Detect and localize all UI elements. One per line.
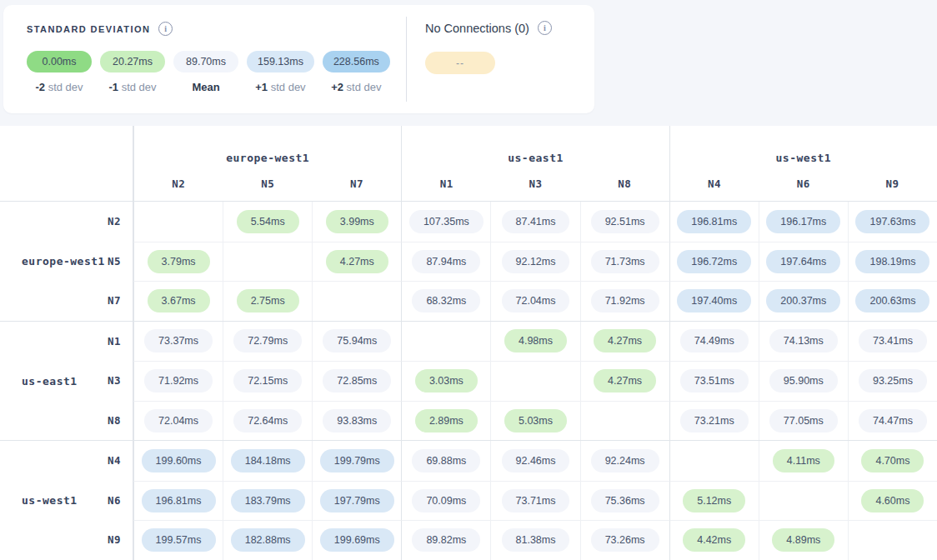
col-node-labels: N1N3N8 — [402, 178, 669, 190]
latency-pill[interactable]: 92.24ms — [591, 449, 659, 472]
latency-pill[interactable]: 196.17ms — [766, 210, 840, 233]
latency-pill[interactable]: 74.13ms — [769, 329, 838, 352]
latency-cell: 73.41ms — [848, 322, 937, 362]
latency-pill[interactable]: 197.63ms — [855, 210, 929, 233]
latency-pill[interactable]: 3.67ms — [148, 289, 210, 312]
latency-pill[interactable]: 196.72ms — [677, 250, 751, 273]
col-node-label: N8 — [580, 178, 669, 190]
latency-pill[interactable]: 87.41ms — [502, 210, 570, 233]
latency-pill[interactable]: 72.04ms — [144, 409, 213, 432]
latency-cell: 199.69ms — [312, 520, 401, 560]
latency-pill[interactable]: 199.60ms — [142, 449, 216, 472]
latency-cell: 5.12ms — [669, 481, 759, 521]
latency-pill[interactable]: 4.70ms — [861, 449, 924, 472]
latency-pill[interactable]: 73.26ms — [591, 528, 659, 552]
latency-pill[interactable]: 81.38ms — [502, 528, 570, 552]
latency-pill[interactable]: 74.47ms — [859, 409, 927, 432]
latency-pill[interactable]: 73.37ms — [144, 329, 213, 352]
latency-pill[interactable]: 3.99ms — [326, 210, 388, 233]
legend-items: 0.00ms-2 std dev20.27ms-1 std dev89.70ms… — [27, 51, 390, 93]
latency-pill[interactable]: 197.64ms — [766, 250, 840, 273]
latency-pill[interactable]: 199.57ms — [142, 528, 216, 552]
latency-pill[interactable]: 182.88ms — [231, 528, 305, 552]
col-node-label: N5 — [223, 178, 313, 190]
latency-pill[interactable]: 92.51ms — [591, 210, 659, 233]
latency-cell: 107.35ms — [401, 202, 490, 242]
latency-pill[interactable]: 87.94ms — [412, 250, 480, 273]
latency-pill[interactable]: 92.46ms — [502, 449, 570, 472]
latency-pill[interactable]: 199.79ms — [320, 449, 394, 472]
latency-pill[interactable]: 93.83ms — [323, 409, 391, 432]
latency-pill[interactable]: 73.71ms — [502, 489, 570, 512]
info-icon[interactable]: i — [158, 22, 173, 36]
latency-pill[interactable]: 197.79ms — [320, 489, 394, 512]
latency-cell: 74.47ms — [848, 401, 937, 441]
row-node-label: N9 — [0, 520, 133, 560]
latency-pill[interactable]: 92.12ms — [502, 250, 570, 273]
latency-pill[interactable]: 200.37ms — [766, 289, 840, 312]
latency-pill[interactable]: 73.21ms — [680, 409, 749, 432]
latency-pill[interactable]: 198.19ms — [855, 250, 929, 273]
latency-cell: 75.36ms — [580, 481, 669, 521]
latency-pill[interactable]: 73.41ms — [859, 329, 927, 352]
latency-cell: 4.11ms — [759, 441, 848, 481]
latency-pill[interactable]: 184.18ms — [231, 449, 305, 472]
latency-cell: 2.89ms — [401, 401, 490, 441]
latency-pill[interactable]: 4.42ms — [683, 528, 745, 552]
std-dev-legend: STANDARD DEVIATION i 0.00ms-2 std dev20.… — [27, 22, 390, 93]
latency-pill[interactable]: 72.85ms — [323, 369, 391, 392]
latency-cell: 73.26ms — [580, 520, 669, 560]
info-icon[interactable]: i — [538, 21, 552, 35]
latency-pill[interactable]: 72.79ms — [233, 329, 302, 352]
latency-pill[interactable]: 199.69ms — [320, 528, 394, 552]
latency-pill[interactable]: 4.98ms — [504, 329, 567, 352]
latency-pill[interactable]: 2.75ms — [237, 289, 299, 312]
latency-pill[interactable]: 3.79ms — [148, 250, 210, 273]
latency-cell: 196.81ms — [133, 481, 223, 521]
latency-pill[interactable]: 4.27ms — [594, 369, 656, 392]
latency-pill[interactable]: 95.90ms — [769, 369, 838, 392]
latency-pill[interactable]: 73.51ms — [680, 369, 749, 392]
latency-pill[interactable]: 5.54ms — [237, 210, 299, 233]
latency-pill[interactable]: 5.03ms — [504, 409, 567, 432]
latency-pill[interactable]: 4.27ms — [326, 250, 388, 273]
latency-pill[interactable]: 72.04ms — [502, 289, 570, 312]
latency-pill[interactable]: 75.94ms — [323, 329, 391, 352]
latency-pill[interactable]: 4.27ms — [594, 329, 656, 352]
latency-cell — [490, 361, 579, 401]
latency-pill[interactable]: 71.92ms — [591, 289, 659, 312]
latency-pill[interactable]: 71.73ms — [591, 250, 659, 273]
latency-pill[interactable]: 4.11ms — [773, 449, 834, 472]
latency-pill[interactable]: 197.40ms — [677, 289, 751, 312]
latency-pill[interactable]: 77.05ms — [769, 409, 838, 432]
legend-card: STANDARD DEVIATION i 0.00ms-2 std dev20.… — [3, 5, 594, 113]
latency-pill[interactable]: 89.82ms — [412, 528, 480, 552]
latency-pill[interactable]: 75.36ms — [591, 489, 659, 512]
col-node-labels: N4N6N9 — [670, 178, 937, 190]
latency-cell: 92.46ms — [490, 441, 579, 481]
latency-cell: 200.37ms — [759, 281, 848, 321]
latency-cell: 4.27ms — [312, 242, 401, 282]
latency-pill[interactable]: 71.92ms — [144, 369, 213, 392]
latency-pill[interactable]: 200.63ms — [855, 289, 929, 312]
latency-pill[interactable]: 5.12ms — [683, 489, 745, 512]
latency-pill[interactable]: 74.49ms — [680, 329, 749, 352]
latency-pill[interactable]: 69.88ms — [412, 449, 480, 472]
latency-pill[interactable]: 4.89ms — [772, 528, 834, 552]
latency-pill[interactable]: 93.25ms — [859, 369, 927, 392]
latency-pill[interactable]: 70.09ms — [412, 489, 480, 512]
latency-cell — [848, 520, 937, 560]
col-node-label: N9 — [848, 178, 937, 190]
latency-cell: 4.89ms — [759, 520, 848, 560]
latency-cell: 197.40ms — [669, 281, 759, 321]
latency-pill[interactable]: 72.15ms — [233, 369, 302, 392]
latency-pill[interactable]: 72.64ms — [233, 409, 302, 432]
latency-pill[interactable]: 4.60ms — [861, 489, 924, 512]
latency-pill[interactable]: 196.81ms — [677, 210, 751, 233]
latency-pill[interactable]: 196.81ms — [142, 489, 216, 512]
latency-pill[interactable]: 183.79ms — [231, 489, 305, 512]
latency-pill[interactable]: 3.03ms — [415, 369, 478, 392]
latency-pill[interactable]: 2.89ms — [415, 409, 478, 432]
latency-pill[interactable]: 68.32ms — [412, 289, 480, 312]
latency-pill[interactable]: 107.35ms — [409, 210, 484, 233]
